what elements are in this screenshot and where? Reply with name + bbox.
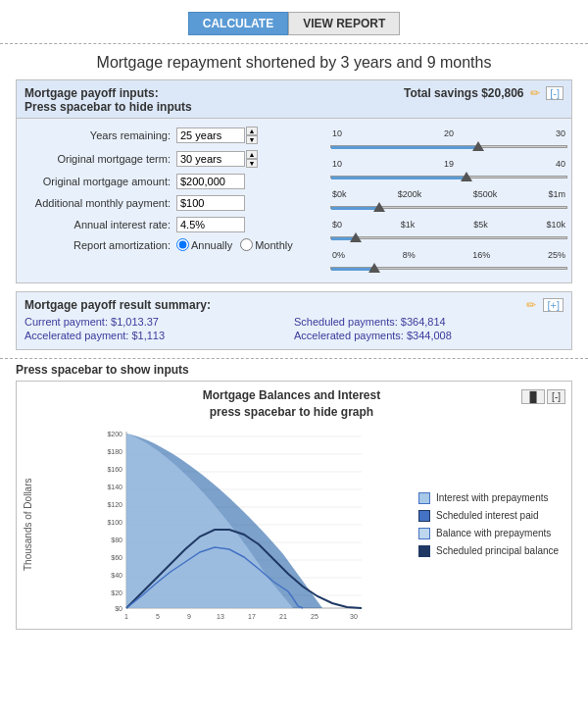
slider-ot-track[interactable] [330,170,567,183]
graph-section: Mortgage Balances and Interest press spa… [16,381,572,630]
original-term-row: Original mortgage term: ▲ ▼ [24,150,322,168]
legend-label-3: Balance with prepayments [436,528,551,538]
slider-yr-track[interactable] [330,139,567,153]
slider-ot-bar [330,176,567,179]
inputs-left-col: Years remaining: ▲ ▼ Original mortgage t… [17,123,330,279]
original-term-down[interactable]: ▼ [246,159,258,168]
inputs-right-col: 10 20 30 [330,123,571,279]
slider-ir-thumb[interactable] [368,263,380,273]
main-content: Mortgage payoff inputs: Press spacebar t… [0,79,588,350]
svg-text:$100: $100 [107,519,122,526]
slider-yr-bar [330,145,567,148]
result-expand-icon[interactable]: [+] [543,298,564,312]
spacebar-hint: Press spacebar to show inputs [0,358,588,381]
slider-ir-range [331,268,373,271]
result-body: Current payment: $1,013.37 Accelerated p… [24,316,564,343]
years-remaining-input[interactable] [176,128,245,143]
svg-text:5: 5 [156,613,160,620]
slider-ma-thumb[interactable] [373,202,385,212]
svg-text:1: 1 [124,613,128,620]
view-report-button[interactable]: VIEW REPORT [288,12,400,35]
interest-rate-label: Annual interest rate: [24,219,176,230]
inputs-header: Mortgage payoff inputs: Press spacebar t… [17,80,571,119]
svg-text:9: 9 [187,613,191,620]
original-term-up[interactable]: ▲ [246,150,258,159]
legend-box-4 [418,545,430,557]
calculate-button[interactable]: CALCULATE [188,12,288,35]
accelerated-payments-row: Accelerated payments: $344,008 [294,330,564,341]
report-amortization-row: Report amortization: Annually Monthly [24,238,322,251]
years-remaining-row: Years remaining: ▲ ▼ [24,127,322,144]
radio-monthly-text: Monthly [255,239,293,251]
inputs-header-left: Mortgage payoff inputs: Press spacebar t… [24,86,192,114]
collapse-inputs-icon[interactable]: [-] [546,86,564,100]
svg-text:$0: $0 [115,605,122,612]
mortgage-amount-row: Original mortgage amount: [24,174,322,189]
slider-ma-bar [330,206,567,209]
edit-icon[interactable]: ✏ [530,86,540,100]
result-header-title: Mortgage payoff result summary: [24,298,211,312]
slider-ir-track[interactable] [330,261,567,275]
svg-text:$140: $140 [107,484,122,490]
radio-monthly[interactable] [240,238,253,251]
original-term-spinner: ▲ ▼ [246,150,258,168]
graph-collapse-icon[interactable]: [-] [547,389,565,404]
original-term-input[interactable] [176,151,245,167]
chart-legend: Interest with prepayments Scheduled inte… [409,427,565,623]
svg-text:13: 13 [217,613,224,620]
slider-ir-ticks: 0% 8% 16% 25% [330,250,567,260]
slider-yr-thumb[interactable] [472,141,484,151]
years-remaining-up[interactable]: ▲ [246,127,258,135]
radio-annually[interactable] [176,238,189,251]
interest-rate-input[interactable] [176,217,245,232]
svg-text:$120: $120 [107,501,122,508]
radio-options: Annually Monthly [176,238,293,251]
additional-payment-label: Additional monthly payment: [24,197,176,209]
report-amortization-label: Report amortization: [24,239,176,251]
radio-monthly-label[interactable]: Monthly [240,238,293,251]
top-buttons-bar: CALCULATE VIEW REPORT [0,0,588,44]
y-axis-label: Thousands of Dollars [23,427,38,623]
svg-text:$200: $200 [107,431,122,437]
slider-ap-thumb[interactable] [350,232,362,242]
slider-yr-ticks: 10 20 30 [330,128,567,138]
additional-payment-input[interactable] [176,195,245,211]
slider-mortgage-amount: $0k $200k $500k $1m [330,189,567,214]
slider-ot-range [331,177,466,179]
slider-ma-track[interactable] [330,200,567,214]
legend-item-2: Scheduled interest paid [418,510,565,522]
years-remaining-down[interactable]: ▼ [246,135,258,144]
graph-header: Mortgage Balances and Interest press spa… [23,387,565,421]
interest-rate-field [176,217,245,232]
graph-icons: ▐▌ [-] [521,389,565,404]
slider-ap-ticks: $0 $1k $5k $10k [330,220,567,230]
slider-additional-payment: $0 $1k $5k $10k [330,220,567,244]
chart-svg: $200 $180 $160 $140 $120 $100 $80 $60 $4… [40,427,409,623]
svg-text:25: 25 [311,613,318,620]
svg-text:21: 21 [279,613,287,620]
slider-ot-thumb[interactable] [461,172,472,181]
inputs-body: Years remaining: ▲ ▼ Original mortgage t… [17,119,571,282]
svg-text:$60: $60 [111,554,122,561]
result-header: Mortgage payoff result summary: ✏ [+] [24,298,564,312]
interest-rate-row: Annual interest rate: [24,217,322,232]
legend-item-4: Scheduled principal balance [418,545,565,557]
graph-bar-icon[interactable]: ▐▌ [521,389,545,404]
slider-interest-rate: 0% 8% 16% 25% [330,250,567,275]
page-title: Mortgage repayment shortened by 3 years … [0,44,588,79]
legend-box-2 [418,510,430,522]
mortgage-amount-input[interactable] [176,174,245,189]
additional-payment-row: Additional monthly payment: [24,195,322,211]
result-actions: ✏ [+] [523,298,564,312]
result-edit-icon[interactable]: ✏ [526,298,536,312]
svg-text:$20: $20 [111,589,122,596]
svg-text:17: 17 [248,613,256,620]
years-remaining-spinner: ▲ ▼ [246,127,258,144]
inputs-section: Mortgage payoff inputs: Press spacebar t… [16,79,572,283]
slider-ap-track[interactable] [330,230,567,244]
graph-title-line2: press spacebar to hide graph [62,404,521,421]
legend-item-1: Interest with prepayments [418,492,565,504]
slider-ap-bar [330,236,567,239]
radio-annually-text: Annually [191,239,232,251]
radio-annually-label[interactable]: Annually [176,238,232,251]
